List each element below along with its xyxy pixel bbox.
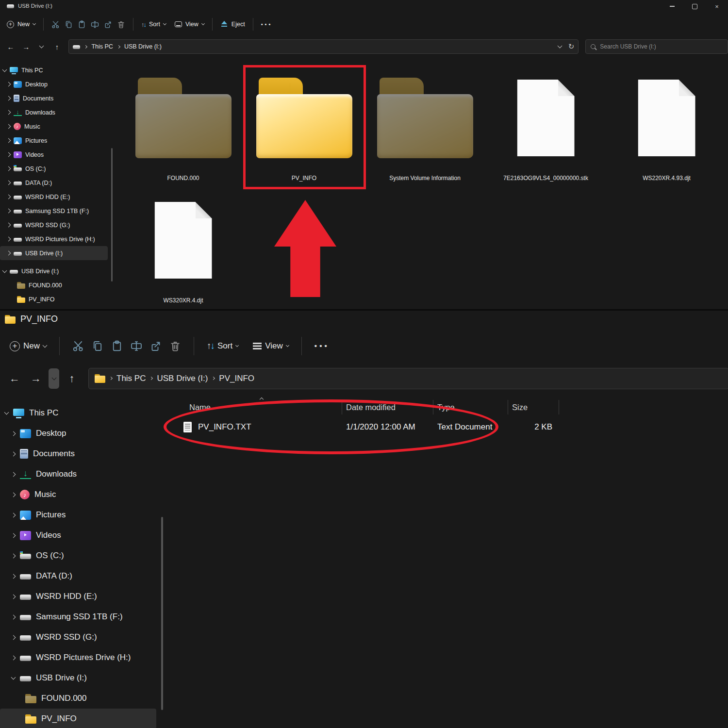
up-button[interactable]: ↑: [50, 40, 64, 53]
sidebar-item[interactable]: USB Drive (I:): [0, 246, 108, 260]
file-tile[interactable]: WS320XR.4.djt: [123, 186, 244, 309]
file-tile[interactable]: 7E2163OG9VLS4_00000000.stk: [485, 64, 606, 186]
expand-chevron-icon[interactable]: [4, 410, 9, 415]
column-header-size[interactable]: Size: [508, 400, 559, 414]
breadcrumb-item[interactable]: USB Drive (I:): [113, 43, 162, 50]
sidebar-item[interactable]: Documents: [0, 444, 156, 464]
back-button[interactable]: ←: [4, 40, 17, 53]
sidebar-item[interactable]: OS (C:): [0, 546, 156, 566]
back-button[interactable]: ←: [6, 369, 23, 388]
expand-chevron-icon[interactable]: [6, 195, 11, 199]
expand-chevron-icon[interactable]: [2, 268, 7, 273]
sidebar-item[interactable]: Pictures: [0, 505, 156, 525]
expand-chevron-icon[interactable]: [6, 223, 11, 228]
sort-button[interactable]: ↑↓ Sort: [207, 341, 238, 351]
sidebar-item[interactable]: Music: [0, 119, 108, 133]
sidebar-item[interactable]: Documents: [0, 91, 108, 105]
sidebar-item[interactable]: WSRD HDD (E:): [0, 586, 156, 607]
sidebar-scrollbar[interactable]: [161, 517, 163, 710]
sort-button[interactable]: ↑↓ Sort: [141, 21, 166, 28]
expand-chevron-icon[interactable]: [11, 513, 16, 517]
sidebar-item[interactable]: Samsung SSD 1TB (F:): [0, 607, 156, 627]
sidebar-item[interactable]: Desktop: [0, 77, 108, 91]
close-button[interactable]: ×: [706, 0, 728, 13]
forward-button[interactable]: →: [19, 40, 33, 53]
breadcrumb-item[interactable]: USB Drive (I:): [146, 374, 208, 383]
sidebar-item[interactable]: OS (C:): [0, 162, 108, 176]
expand-chevron-icon[interactable]: [11, 472, 16, 477]
sidebar-item[interactable]: Downloads: [0, 105, 108, 119]
cut-button[interactable]: [51, 20, 60, 29]
cut-button[interactable]: [72, 340, 84, 352]
sidebar-scrollbar[interactable]: [111, 148, 113, 281]
expand-chevron-icon[interactable]: [6, 96, 11, 101]
expand-chevron-icon[interactable]: [11, 635, 16, 640]
sidebar-item[interactable]: Samsung SSD 1TB (F:): [0, 204, 108, 218]
sidebar-item[interactable]: Downloads: [0, 464, 156, 484]
file-tile[interactable]: WS220XR.4.93.djt: [606, 64, 727, 186]
breadcrumb-item[interactable]: This PC: [105, 374, 146, 383]
title-bar[interactable]: PV_INFO: [0, 311, 728, 328]
recent-locations-button[interactable]: [49, 368, 59, 389]
sidebar-item[interactable]: USB Drive (I:): [0, 264, 108, 278]
expand-chevron-icon[interactable]: [6, 138, 11, 143]
sidebar-item[interactable]: WSRD SSD (G:): [0, 218, 108, 232]
sidebar-item[interactable]: Desktop: [0, 423, 156, 444]
expand-chevron-icon[interactable]: [6, 124, 11, 129]
expand-chevron-icon[interactable]: [11, 451, 16, 456]
expand-chevron-icon[interactable]: [6, 209, 11, 214]
expand-chevron-icon[interactable]: [6, 82, 11, 87]
expand-chevron-icon[interactable]: [6, 166, 11, 171]
more-options-button[interactable]: [261, 21, 271, 28]
address-dropdown-icon[interactable]: [557, 44, 562, 49]
copy-button[interactable]: [65, 20, 73, 29]
sidebar-item[interactable]: WSRD Pictures Drive (H:): [0, 232, 108, 246]
address-bar[interactable]: This PC USB Drive (I:) ↻: [68, 39, 579, 54]
sidebar-item[interactable]: DATA (D:): [0, 566, 156, 586]
minimize-button[interactable]: [661, 0, 683, 13]
new-button[interactable]: + New: [10, 341, 47, 351]
rename-button[interactable]: [131, 340, 142, 352]
sidebar-item[interactable]: Videos: [0, 148, 108, 162]
recent-locations-button[interactable]: [35, 40, 49, 53]
expand-chevron-icon[interactable]: [2, 67, 7, 72]
copy-button[interactable]: [92, 340, 103, 352]
delete-button[interactable]: [117, 20, 125, 29]
eject-button[interactable]: Eject: [220, 21, 245, 28]
expand-chevron-icon[interactable]: [11, 533, 16, 538]
address-bar[interactable]: This PC USB Drive (I:) PV_INFO: [88, 368, 728, 389]
more-options-button[interactable]: [314, 341, 328, 351]
expand-chevron-icon[interactable]: [6, 251, 11, 256]
new-button[interactable]: + New: [7, 21, 35, 28]
sidebar-item[interactable]: WSRD HDD (E:): [0, 190, 108, 204]
sidebar-item[interactable]: WSRD Pictures Drive (H:): [0, 647, 156, 668]
expand-chevron-icon[interactable]: [11, 431, 16, 436]
view-button[interactable]: View: [253, 341, 289, 351]
sidebar-item[interactable]: USB Drive (I:): [0, 668, 156, 688]
sidebar-item[interactable]: FOUND.000: [0, 278, 108, 292]
expand-chevron-icon[interactable]: [11, 655, 16, 660]
maximize-button[interactable]: [683, 0, 706, 13]
up-button[interactable]: ↑: [63, 369, 81, 388]
sidebar-item[interactable]: Videos: [0, 525, 156, 546]
sidebar-item[interactable]: This PC: [0, 403, 156, 423]
share-button[interactable]: [150, 340, 162, 352]
expand-chevron-icon[interactable]: [11, 574, 16, 579]
share-button[interactable]: [104, 20, 112, 29]
rename-button[interactable]: [91, 20, 99, 29]
breadcrumb-item[interactable]: PV_INFO: [208, 374, 254, 383]
sidebar-item[interactable]: DATA (D:): [0, 176, 108, 190]
sidebar-item[interactable]: Music: [0, 484, 156, 505]
sidebar-item[interactable]: WSRD SSD (G:): [0, 627, 156, 647]
breadcrumb-item[interactable]: This PC: [80, 43, 113, 50]
sidebar-item[interactable]: PV_INFO: [0, 709, 156, 728]
search-box[interactable]: [585, 39, 728, 54]
view-button[interactable]: View: [175, 21, 204, 28]
expand-chevron-icon[interactable]: [6, 110, 11, 115]
expand-chevron-icon[interactable]: [6, 181, 11, 185]
file-tile[interactable]: System Volume Information: [364, 64, 485, 186]
sidebar-item[interactable]: This PC: [0, 63, 108, 77]
expand-chevron-icon[interactable]: [11, 594, 16, 599]
paste-button[interactable]: [78, 20, 86, 29]
sidebar-item[interactable]: Pictures: [0, 133, 108, 148]
